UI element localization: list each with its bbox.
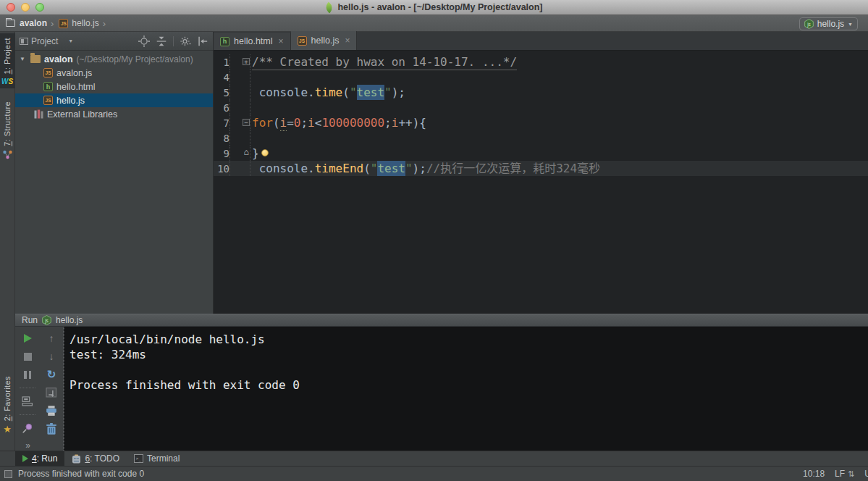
- encoding-selector[interactable]: U: [864, 469, 868, 479]
- chevron-down-icon[interactable]: ▼: [68, 38, 73, 43]
- todo-icon: [72, 454, 81, 464]
- code-token: //执行一亿次运算，耗时324毫秒: [426, 161, 600, 176]
- tool-button-favorites[interactable]: 2: Favorites ★: [0, 372, 15, 438]
- gutter-fold-zone[interactable]: +: [230, 54, 250, 70]
- code-token: ;: [300, 115, 308, 130]
- code-line[interactable]: 9⌂}: [214, 146, 868, 161]
- tool-button-structure[interactable]: 7: Structure: [0, 97, 15, 162]
- tab-hello-html[interactable]: h hello.html ×: [214, 33, 291, 50]
- line-number[interactable]: 6: [214, 100, 230, 115]
- run-tool-window: Run js hello.js: [15, 314, 868, 451]
- tool-button-run[interactable]: 4: Run: [15, 451, 64, 466]
- svg-text:js: js: [44, 318, 49, 324]
- code-text: [250, 130, 252, 146]
- show-console-icon[interactable]: [22, 396, 33, 407]
- line-separator-selector[interactable]: LF⇅: [835, 469, 854, 479]
- run-configuration-select[interactable]: js hello.js ▼: [799, 17, 858, 30]
- tool-button-project[interactable]: 1: Project WS: [0, 33, 15, 88]
- gutter-fold-zone[interactable]: [230, 130, 250, 146]
- restart-icon[interactable]: ↻: [46, 369, 57, 380]
- line-number[interactable]: 4: [214, 70, 230, 85]
- close-icon[interactable]: ×: [279, 36, 284, 46]
- run-console-output[interactable]: /usr/local/bin/node hello.jstest: 324ms …: [64, 327, 868, 451]
- code-line[interactable]: 1+/** Created by hwax on 14-10-17. ...*/: [214, 54, 868, 70]
- toolbar-separator: [20, 414, 35, 415]
- gear-settings-icon[interactable]: [180, 35, 191, 47]
- rerun-button[interactable]: [22, 332, 33, 344]
- fold-marker-end-icon[interactable]: ⌂: [243, 148, 250, 155]
- gutter-fold-zone[interactable]: [230, 100, 250, 115]
- code-text: }: [250, 146, 269, 161]
- stop-button[interactable]: [22, 351, 33, 362]
- code-line[interactable]: 7−for(i=0;i<100000000;i++){: [214, 115, 868, 130]
- pause-button[interactable]: [22, 369, 33, 380]
- code-line[interactable]: 10 console.timeEnd("test");//执行一亿次运算，耗时3…: [214, 161, 868, 176]
- code-line[interactable]: 8: [214, 130, 868, 146]
- breadcrumb-hello-js[interactable]: hello.js: [72, 18, 98, 28]
- print-icon[interactable]: [46, 405, 57, 417]
- tab-hello-js[interactable]: JS hello.js ×: [291, 31, 358, 50]
- next-occurrence-icon[interactable]: ↓: [46, 351, 57, 362]
- gutter-fold-zone[interactable]: ⌂: [230, 146, 250, 161]
- line-number[interactable]: 7: [214, 115, 230, 130]
- code-token: timeEnd: [315, 161, 363, 176]
- prev-occurrence-icon[interactable]: ↑: [46, 332, 57, 344]
- expand-arrow-icon[interactable]: ▼: [19, 56, 26, 62]
- collapse-all-icon[interactable]: [156, 35, 167, 47]
- code-text: [250, 100, 252, 115]
- panel-icon: [20, 38, 28, 45]
- zoom-window-button[interactable]: [35, 3, 44, 12]
- gutter-fold-zone[interactable]: [230, 85, 250, 100]
- soft-wrap-icon[interactable]: [46, 387, 57, 398]
- macos-titlebar: hello.js - avalon - [~/Desktop/My Projec…: [0, 0, 868, 15]
- gutter-fold-zone[interactable]: [230, 70, 250, 85]
- tree-item-hello-js[interactable]: JS hello.js: [15, 93, 213, 107]
- tab-label: hello.html: [234, 36, 273, 46]
- nodejs-icon: js: [804, 19, 814, 29]
- more-actions-icon[interactable]: »: [25, 440, 30, 451]
- minimize-window-button[interactable]: [21, 3, 30, 12]
- console-line: Process finished with exit code 0: [69, 377, 868, 393]
- fold-marker-minus-icon[interactable]: −: [243, 119, 250, 126]
- code-token: i: [280, 115, 287, 131]
- code-token: console: [259, 85, 308, 100]
- clear-all-trash-icon[interactable]: [46, 423, 57, 435]
- pin-tab-icon[interactable]: [22, 422, 33, 434]
- tool-button-todo[interactable]: 6: TODO: [64, 451, 127, 466]
- breadcrumb-avalon[interactable]: avalon: [20, 18, 47, 28]
- project-panel-title[interactable]: Project: [31, 36, 58, 46]
- code-line[interactable]: 4: [214, 70, 868, 85]
- run-toolbar-secondary: ↑ ↓ ↻: [40, 327, 64, 451]
- run-panel-header: Run js hello.js: [15, 314, 868, 327]
- tree-item-hello-html[interactable]: h hello.html: [15, 80, 213, 93]
- tool-button-terminal[interactable]: >_ Terminal: [127, 451, 187, 466]
- fold-marker-plus-icon[interactable]: +: [243, 58, 250, 65]
- hide-panel-icon[interactable]: [197, 35, 208, 47]
- code-token: time: [315, 85, 343, 100]
- line-number[interactable]: 9: [214, 146, 230, 161]
- close-window-button[interactable]: [7, 3, 15, 12]
- webstorm-app-icon: [324, 1, 334, 12]
- tree-item-avalon-js[interactable]: JS avalon.js: [15, 66, 213, 80]
- tree-item-external-libraries[interactable]: External Libraries: [15, 107, 213, 121]
- code-line[interactable]: 6: [214, 100, 868, 115]
- gutter-fold-zone[interactable]: −: [230, 115, 250, 130]
- line-number[interactable]: 5: [214, 85, 230, 100]
- code-line[interactable]: 5 console.time("test");: [214, 85, 868, 100]
- status-bar: Process finished with exit code 0 10:18 …: [0, 466, 868, 481]
- console-line: /usr/local/bin/node hello.js: [69, 332, 868, 347]
- line-number[interactable]: 10: [214, 161, 230, 176]
- sort-arrows-icon: ⇅: [848, 469, 854, 478]
- run-toolbar-primary: »: [15, 327, 40, 451]
- js-file-icon: JS: [59, 19, 68, 28]
- intention-bulb-icon[interactable]: [261, 149, 269, 156]
- scroll-from-source-icon[interactable]: [138, 35, 150, 47]
- line-number[interactable]: 8: [214, 130, 230, 146]
- line-number[interactable]: 1: [214, 54, 230, 70]
- webstorm-logo-icon: WS: [1, 78, 13, 85]
- gutter-fold-zone[interactable]: [230, 161, 250, 176]
- close-icon[interactable]: ×: [345, 35, 350, 46]
- toggle-toolwindow-bars-icon[interactable]: [4, 470, 12, 478]
- code-editor[interactable]: 1+/** Created by hwax on 14-10-17. ...*/…: [214, 51, 868, 314]
- tree-item-avalon-root[interactable]: ▼ avalon (~/Desktop/My Project/avalon): [15, 52, 213, 66]
